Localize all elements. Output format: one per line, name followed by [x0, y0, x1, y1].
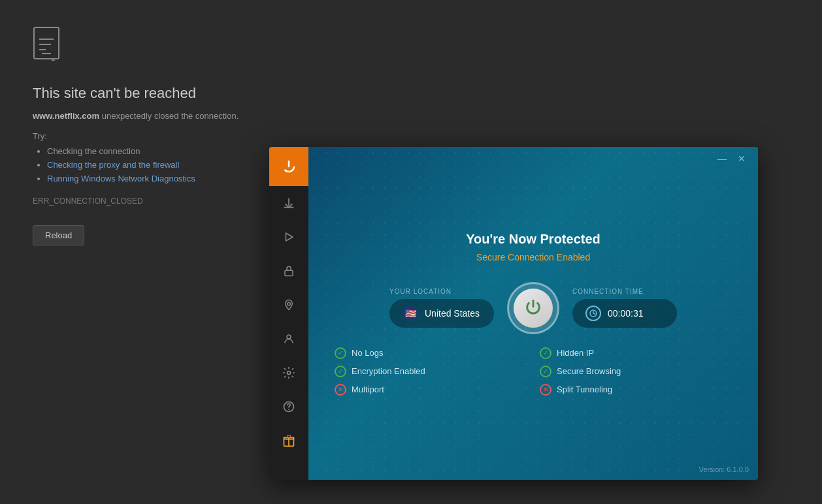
clock-svg — [589, 309, 597, 317]
vpn-content: You're Now Protected Secure Connection E… — [308, 147, 758, 480]
help-icon — [282, 400, 295, 413]
svg-point-10 — [288, 302, 291, 306]
x-icon: ✕ — [540, 384, 551, 396]
svg-point-12 — [288, 371, 291, 375]
clock-icon — [585, 306, 601, 321]
check-icon: ✓ — [335, 366, 346, 377]
list-item[interactable]: Running Windows Network Diagnostics — [47, 174, 274, 183]
feature-secure-browsing: ✓ Secure Browsing — [540, 366, 732, 377]
gift-icon — [282, 434, 295, 447]
feature-encryption: ✓ Encryption Enabled — [335, 366, 527, 377]
time-value: 00:00:31 — [572, 299, 677, 328]
info-row: YOUR LOCATION 🇺🇸 United States — [321, 282, 745, 334]
svg-point-14 — [288, 409, 289, 410]
user-icon — [283, 332, 295, 345]
time-box: CONNECTION TIME 00:00:31 — [572, 288, 677, 328]
sidebar-item-help[interactable] — [269, 390, 308, 424]
feature-hidden-ip: ✓ Hidden IP — [540, 347, 732, 359]
error-title: This site can't be reached — [33, 85, 274, 102]
sidebar-item-download[interactable] — [269, 186, 308, 220]
power-circle-inner — [514, 289, 553, 328]
try-list: Checking the connection Checking the pro… — [33, 146, 274, 183]
feature-label: Secure Browsing — [557, 366, 621, 376]
feature-label: Encryption Enabled — [352, 366, 425, 376]
svg-text:-: - — [51, 52, 56, 65]
svg-rect-9 — [285, 270, 293, 276]
try-label: Try: — [33, 131, 274, 141]
play-icon — [283, 231, 295, 243]
sidebar-item-settings[interactable] — [269, 356, 308, 390]
features-row: ✓ No Logs ✓ Encryption Enabled ✕ Multipo… — [321, 347, 745, 396]
feature-label: No Logs — [352, 348, 383, 358]
x-icon: ✕ — [335, 384, 346, 396]
check-icon: ✓ — [540, 366, 551, 377]
download-icon — [282, 197, 295, 210]
vpn-titlebar: — ✕ — [308, 147, 758, 170]
location-icon — [283, 298, 295, 311]
feature-label: Split Tunneling — [557, 385, 612, 394]
diagnostics-link[interactable]: Running Windows Network Diagnostics — [47, 174, 195, 183]
protected-title: You're Now Protected — [466, 232, 600, 247]
error-subtitle: www.netflix.com unexpectedly closed the … — [33, 111, 274, 121]
flag-icon: 🇺🇸 — [403, 306, 418, 321]
secure-subtitle: Secure Connection Enabled — [476, 252, 590, 262]
lock-icon — [283, 264, 295, 277]
feature-multiport: ✕ Multiport — [335, 384, 527, 396]
vpn-power-button[interactable] — [269, 147, 308, 186]
time-text: 00:00:31 — [608, 308, 644, 319]
error-domain: www.netflix.com — [33, 111, 99, 121]
browser-error-page: - This site can't be reached www.netflix… — [0, 0, 307, 504]
location-text: United States — [425, 308, 480, 319]
list-item[interactable]: Checking the proxy and the firewall — [47, 160, 274, 170]
svg-point-11 — [287, 335, 291, 339]
features-col-left: ✓ No Logs ✓ Encryption Enabled ✕ Multipo… — [335, 347, 527, 396]
center-power-button[interactable] — [507, 282, 559, 334]
vpn-main: — ✕ You're Now Protected Secure Connecti… — [308, 147, 758, 480]
sidebar-item-play[interactable] — [269, 220, 308, 254]
error-subtitle-text: unexpectedly closed the connection. — [102, 111, 239, 121]
vpn-app: — ✕ You're Now Protected Secure Connecti… — [269, 147, 758, 480]
time-label: CONNECTION TIME — [572, 288, 677, 295]
check-icon: ✓ — [540, 347, 551, 359]
power-icon — [281, 159, 297, 174]
feature-split-tunneling: ✕ Split Tunneling — [540, 384, 732, 396]
features-col-right: ✓ Hidden IP ✓ Secure Browsing ✕ Split Tu… — [540, 347, 732, 396]
sidebar-item-ip[interactable] — [269, 288, 308, 322]
error-code: ERR_CONNECTION_CLOSED — [33, 197, 274, 206]
location-value[interactable]: 🇺🇸 United States — [389, 299, 494, 328]
proxy-link[interactable]: Checking the proxy and the firewall — [47, 160, 179, 170]
close-button[interactable]: ✕ — [732, 149, 751, 168]
power-icon-center — [524, 299, 542, 317]
gear-icon — [282, 366, 295, 379]
sidebar-item-lock[interactable] — [269, 254, 308, 288]
feature-label: Multiport — [352, 385, 384, 394]
location-label: YOUR LOCATION — [389, 288, 494, 295]
version-text: Version: 6.1.0.0 — [699, 465, 749, 473]
sidebar-item-user[interactable] — [269, 322, 308, 356]
browser-error-icon: - — [33, 26, 274, 65]
check-icon: ✓ — [335, 347, 346, 359]
minimize-button[interactable]: — — [712, 149, 732, 168]
svg-line-20 — [593, 313, 595, 314]
vpn-sidebar — [269, 147, 308, 480]
svg-marker-8 — [286, 233, 293, 241]
reload-button[interactable]: Reload — [33, 225, 84, 245]
feature-label: Hidden IP — [557, 348, 594, 358]
feature-no-logs: ✓ No Logs — [335, 347, 527, 359]
list-item: Checking the connection — [47, 146, 274, 156]
location-box: YOUR LOCATION 🇺🇸 United States — [389, 288, 494, 328]
sidebar-item-gift[interactable] — [269, 424, 308, 458]
